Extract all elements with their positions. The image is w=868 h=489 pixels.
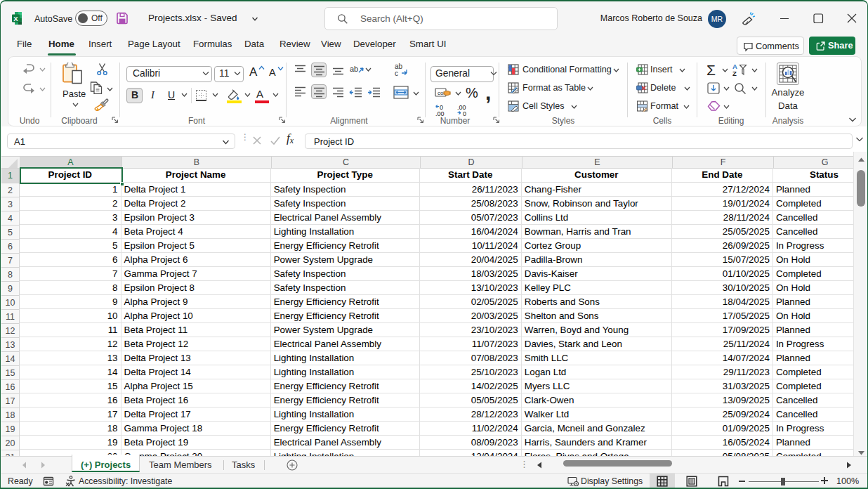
svg-text:co: co xyxy=(438,90,444,96)
svg-text:ab: ab xyxy=(350,65,358,73)
svg-text:Z: Z xyxy=(732,70,737,77)
svg-text:X: X xyxy=(13,15,18,22)
svg-text:c: c xyxy=(395,70,398,77)
